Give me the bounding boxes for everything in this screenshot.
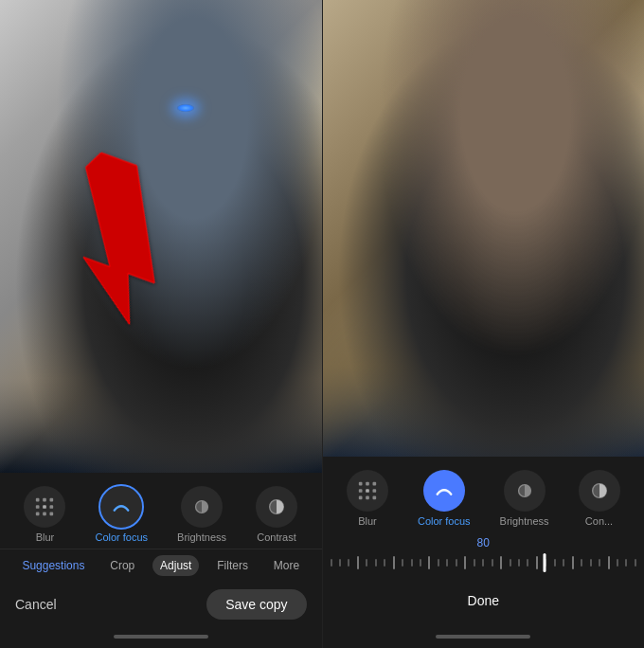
tick-tall — [500, 556, 502, 569]
slider-indicator — [543, 553, 546, 572]
right-color-focus-icon-btn[interactable] — [423, 470, 465, 512]
slider-dots — [331, 556, 637, 569]
tick — [339, 559, 341, 567]
home-indicator-left — [0, 631, 322, 644]
right-brightness-icon-btn[interactable] — [504, 470, 546, 512]
tick — [590, 559, 592, 567]
right-controls: Blur Color focus — [323, 457, 645, 648]
color-focus-icon-btn[interactable] — [100, 486, 142, 528]
slider-value: 80 — [331, 536, 637, 549]
svg-rect-18 — [372, 489, 376, 493]
brightness-label: Brightness — [177, 531, 226, 543]
tick-tall — [428, 556, 430, 569]
right-panel: Blur Color focus — [322, 0, 645, 648]
blur-icon-btn[interactable] — [24, 486, 65, 528]
person-overlay — [0, 0, 322, 473]
right-photo — [323, 0, 645, 457]
tick — [635, 559, 636, 567]
tick — [384, 559, 385, 567]
tab-more[interactable]: More — [266, 555, 307, 576]
right-person-overlay — [323, 0, 645, 457]
left-photo — [0, 0, 322, 473]
tick — [375, 559, 377, 567]
tab-crop[interactable]: Crop — [102, 555, 142, 576]
contrast-label: Contrast — [257, 531, 296, 543]
tick — [366, 559, 367, 567]
left-panel: Blur Color focus — [0, 0, 322, 648]
tab-adjust[interactable]: Adjust — [152, 555, 199, 576]
svg-rect-2 — [44, 498, 47, 502]
blur-tool[interactable]: Blur — [24, 486, 65, 543]
tick — [420, 559, 421, 567]
svg-rect-20 — [366, 496, 369, 500]
tick-tall — [572, 556, 574, 569]
svg-rect-3 — [50, 498, 54, 502]
right-brightness-label: Brightness — [500, 515, 549, 527]
svg-rect-16 — [359, 489, 363, 493]
svg-rect-4 — [36, 505, 40, 509]
tick — [510, 559, 511, 567]
action-bar-right: Done — [323, 578, 645, 631]
tick-tall — [393, 556, 395, 569]
contrast-icon-btn[interactable] — [256, 486, 297, 528]
save-copy-button[interactable]: Save copy — [206, 589, 306, 620]
right-home-bar — [436, 635, 530, 639]
tick — [518, 559, 520, 567]
color-focus-tool[interactable]: Color focus — [95, 486, 148, 543]
svg-rect-13 — [359, 482, 363, 486]
right-blur-tool[interactable]: Blur — [347, 470, 388, 527]
svg-rect-7 — [36, 513, 40, 516]
tick — [554, 559, 556, 567]
right-blur-icon-btn[interactable] — [347, 470, 388, 512]
tick — [563, 559, 564, 567]
left-controls: Blur Color focus — [0, 473, 322, 648]
tick — [456, 559, 457, 567]
tab-filters[interactable]: Filters — [209, 555, 256, 576]
right-contrast-icon-btn[interactable] — [579, 470, 620, 512]
contrast-tool[interactable]: Contrast — [256, 486, 297, 543]
svg-rect-6 — [50, 505, 54, 509]
right-brightness-tool[interactable]: Brightness — [500, 470, 549, 527]
svg-rect-17 — [366, 489, 369, 493]
tick — [599, 559, 600, 567]
nav-tabs: Suggestions Crop Adjust Filters More — [0, 549, 322, 582]
done-button[interactable]: Done — [338, 585, 630, 620]
tick-tall — [357, 556, 359, 569]
right-photo-area — [323, 0, 645, 457]
right-color-focus-label: Color focus — [418, 515, 471, 527]
right-contrast-tool[interactable]: Con... — [579, 470, 620, 527]
blur-label: Blur — [36, 531, 55, 543]
svg-rect-5 — [44, 505, 47, 509]
tick — [402, 559, 403, 567]
svg-rect-14 — [366, 482, 369, 486]
tick — [527, 559, 528, 567]
blue-eye-effect — [177, 104, 194, 112]
tools-row: Blur Color focus — [0, 480, 322, 549]
tick-tall — [608, 556, 610, 569]
right-blur-label: Blur — [358, 515, 377, 527]
tick — [625, 559, 627, 567]
brightness-icon-btn[interactable] — [181, 486, 223, 528]
tick — [438, 559, 439, 567]
svg-rect-1 — [36, 498, 40, 502]
svg-rect-19 — [359, 496, 363, 500]
cancel-button[interactable]: Cancel — [15, 597, 57, 612]
color-focus-label: Color focus — [95, 531, 148, 543]
tick — [348, 559, 349, 567]
tick — [446, 559, 448, 567]
tick — [581, 559, 582, 567]
home-indicator-right — [323, 631, 645, 644]
brightness-tool[interactable]: Brightness — [177, 486, 226, 543]
slider-track[interactable] — [331, 553, 637, 572]
right-color-focus-tool[interactable]: Color focus — [418, 470, 471, 527]
slider-area: 80 — [323, 532, 645, 578]
right-contrast-label: Con... — [585, 515, 613, 527]
svg-rect-21 — [372, 496, 376, 500]
tab-suggestions[interactable]: Suggestions — [14, 555, 92, 576]
svg-rect-9 — [50, 513, 54, 516]
tick-tall — [464, 556, 466, 569]
home-bar — [114, 635, 208, 639]
tick — [411, 559, 413, 567]
svg-rect-15 — [372, 482, 376, 486]
tick — [492, 559, 493, 567]
